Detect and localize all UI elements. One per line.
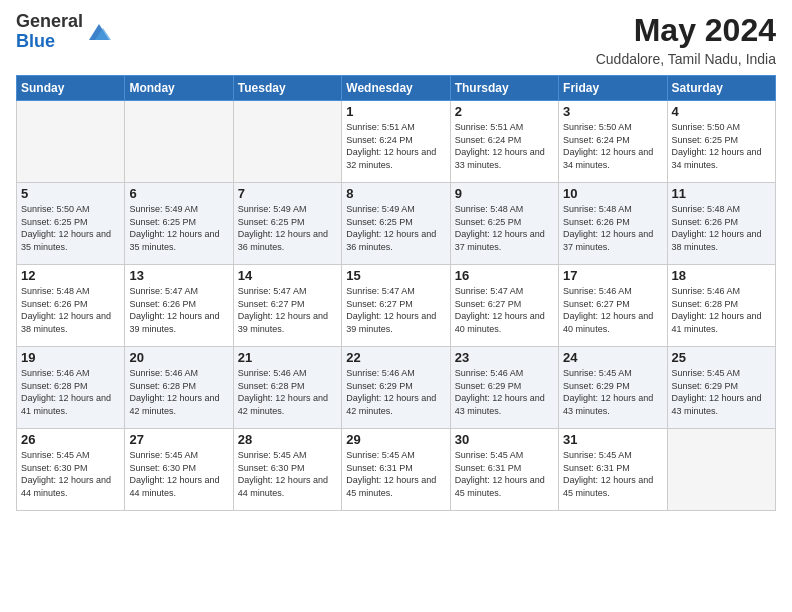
calendar-week-row: 5Sunrise: 5:50 AM Sunset: 6:25 PM Daylig…: [17, 183, 776, 265]
day-number: 29: [346, 432, 445, 447]
calendar-cell: 14Sunrise: 5:47 AM Sunset: 6:27 PM Dayli…: [233, 265, 341, 347]
day-info: Sunrise: 5:50 AM Sunset: 6:25 PM Dayligh…: [21, 203, 120, 253]
calendar-cell: 21Sunrise: 5:46 AM Sunset: 6:28 PM Dayli…: [233, 347, 341, 429]
day-info: Sunrise: 5:45 AM Sunset: 6:30 PM Dayligh…: [129, 449, 228, 499]
day-number: 11: [672, 186, 771, 201]
day-number: 7: [238, 186, 337, 201]
header-right: May 2024 Cuddalore, Tamil Nadu, India: [596, 12, 776, 67]
day-info: Sunrise: 5:46 AM Sunset: 6:29 PM Dayligh…: [455, 367, 554, 417]
calendar-cell: 17Sunrise: 5:46 AM Sunset: 6:27 PM Dayli…: [559, 265, 667, 347]
calendar-cell: 27Sunrise: 5:45 AM Sunset: 6:30 PM Dayli…: [125, 429, 233, 511]
day-info: Sunrise: 5:48 AM Sunset: 6:25 PM Dayligh…: [455, 203, 554, 253]
day-number: 18: [672, 268, 771, 283]
day-number: 15: [346, 268, 445, 283]
day-number: 25: [672, 350, 771, 365]
calendar-cell: 3Sunrise: 5:50 AM Sunset: 6:24 PM Daylig…: [559, 101, 667, 183]
calendar-cell: 25Sunrise: 5:45 AM Sunset: 6:29 PM Dayli…: [667, 347, 775, 429]
calendar-cell: 12Sunrise: 5:48 AM Sunset: 6:26 PM Dayli…: [17, 265, 125, 347]
day-info: Sunrise: 5:47 AM Sunset: 6:27 PM Dayligh…: [455, 285, 554, 335]
day-number: 1: [346, 104, 445, 119]
weekday-header-sunday: Sunday: [17, 76, 125, 101]
day-number: 8: [346, 186, 445, 201]
day-info: Sunrise: 5:50 AM Sunset: 6:24 PM Dayligh…: [563, 121, 662, 171]
weekday-header-wednesday: Wednesday: [342, 76, 450, 101]
calendar-cell: 23Sunrise: 5:46 AM Sunset: 6:29 PM Dayli…: [450, 347, 558, 429]
day-number: 6: [129, 186, 228, 201]
weekday-header-thursday: Thursday: [450, 76, 558, 101]
day-number: 4: [672, 104, 771, 119]
calendar-cell: [233, 101, 341, 183]
logo-general-text: General: [16, 11, 83, 31]
calendar-cell: 19Sunrise: 5:46 AM Sunset: 6:28 PM Dayli…: [17, 347, 125, 429]
day-info: Sunrise: 5:45 AM Sunset: 6:30 PM Dayligh…: [21, 449, 120, 499]
calendar-cell: 28Sunrise: 5:45 AM Sunset: 6:30 PM Dayli…: [233, 429, 341, 511]
day-info: Sunrise: 5:46 AM Sunset: 6:28 PM Dayligh…: [672, 285, 771, 335]
calendar-cell: 26Sunrise: 5:45 AM Sunset: 6:30 PM Dayli…: [17, 429, 125, 511]
calendar-cell: 7Sunrise: 5:49 AM Sunset: 6:25 PM Daylig…: [233, 183, 341, 265]
calendar-cell: 2Sunrise: 5:51 AM Sunset: 6:24 PM Daylig…: [450, 101, 558, 183]
calendar-cell: 24Sunrise: 5:45 AM Sunset: 6:29 PM Dayli…: [559, 347, 667, 429]
calendar-cell: 5Sunrise: 5:50 AM Sunset: 6:25 PM Daylig…: [17, 183, 125, 265]
day-number: 14: [238, 268, 337, 283]
day-info: Sunrise: 5:45 AM Sunset: 6:31 PM Dayligh…: [563, 449, 662, 499]
logo-icon: [85, 18, 113, 46]
calendar-cell: 16Sunrise: 5:47 AM Sunset: 6:27 PM Dayli…: [450, 265, 558, 347]
day-info: Sunrise: 5:51 AM Sunset: 6:24 PM Dayligh…: [455, 121, 554, 171]
calendar-cell: 20Sunrise: 5:46 AM Sunset: 6:28 PM Dayli…: [125, 347, 233, 429]
day-number: 12: [21, 268, 120, 283]
calendar-cell: 30Sunrise: 5:45 AM Sunset: 6:31 PM Dayli…: [450, 429, 558, 511]
calendar-cell: 13Sunrise: 5:47 AM Sunset: 6:26 PM Dayli…: [125, 265, 233, 347]
calendar-cell: 31Sunrise: 5:45 AM Sunset: 6:31 PM Dayli…: [559, 429, 667, 511]
calendar-header-row: SundayMondayTuesdayWednesdayThursdayFrid…: [17, 76, 776, 101]
day-number: 17: [563, 268, 662, 283]
day-info: Sunrise: 5:49 AM Sunset: 6:25 PM Dayligh…: [346, 203, 445, 253]
calendar-cell: 22Sunrise: 5:46 AM Sunset: 6:29 PM Dayli…: [342, 347, 450, 429]
day-info: Sunrise: 5:45 AM Sunset: 6:29 PM Dayligh…: [672, 367, 771, 417]
weekday-header-tuesday: Tuesday: [233, 76, 341, 101]
calendar-cell: 15Sunrise: 5:47 AM Sunset: 6:27 PM Dayli…: [342, 265, 450, 347]
calendar-cell: [17, 101, 125, 183]
logo-blue-text: Blue: [16, 31, 55, 51]
weekday-header-saturday: Saturday: [667, 76, 775, 101]
day-info: Sunrise: 5:48 AM Sunset: 6:26 PM Dayligh…: [21, 285, 120, 335]
calendar-cell: [667, 429, 775, 511]
calendar-week-row: 1Sunrise: 5:51 AM Sunset: 6:24 PM Daylig…: [17, 101, 776, 183]
day-number: 20: [129, 350, 228, 365]
day-number: 21: [238, 350, 337, 365]
calendar-cell: 29Sunrise: 5:45 AM Sunset: 6:31 PM Dayli…: [342, 429, 450, 511]
calendar-cell: 18Sunrise: 5:46 AM Sunset: 6:28 PM Dayli…: [667, 265, 775, 347]
logo: General Blue: [16, 12, 113, 52]
top-bar: General Blue May 2024 Cuddalore, Tamil N…: [16, 12, 776, 67]
day-info: Sunrise: 5:46 AM Sunset: 6:28 PM Dayligh…: [21, 367, 120, 417]
day-number: 9: [455, 186, 554, 201]
day-number: 10: [563, 186, 662, 201]
day-info: Sunrise: 5:50 AM Sunset: 6:25 PM Dayligh…: [672, 121, 771, 171]
calendar-cell: 4Sunrise: 5:50 AM Sunset: 6:25 PM Daylig…: [667, 101, 775, 183]
calendar-cell: 11Sunrise: 5:48 AM Sunset: 6:26 PM Dayli…: [667, 183, 775, 265]
day-info: Sunrise: 5:45 AM Sunset: 6:29 PM Dayligh…: [563, 367, 662, 417]
calendar-cell: 6Sunrise: 5:49 AM Sunset: 6:25 PM Daylig…: [125, 183, 233, 265]
day-info: Sunrise: 5:49 AM Sunset: 6:25 PM Dayligh…: [238, 203, 337, 253]
day-number: 23: [455, 350, 554, 365]
day-info: Sunrise: 5:45 AM Sunset: 6:31 PM Dayligh…: [346, 449, 445, 499]
day-number: 16: [455, 268, 554, 283]
day-info: Sunrise: 5:46 AM Sunset: 6:27 PM Dayligh…: [563, 285, 662, 335]
day-number: 5: [21, 186, 120, 201]
day-info: Sunrise: 5:48 AM Sunset: 6:26 PM Dayligh…: [672, 203, 771, 253]
location: Cuddalore, Tamil Nadu, India: [596, 51, 776, 67]
day-info: Sunrise: 5:46 AM Sunset: 6:28 PM Dayligh…: [129, 367, 228, 417]
day-info: Sunrise: 5:45 AM Sunset: 6:30 PM Dayligh…: [238, 449, 337, 499]
day-number: 2: [455, 104, 554, 119]
calendar-cell: [125, 101, 233, 183]
calendar-table: SundayMondayTuesdayWednesdayThursdayFrid…: [16, 75, 776, 511]
day-info: Sunrise: 5:49 AM Sunset: 6:25 PM Dayligh…: [129, 203, 228, 253]
day-number: 19: [21, 350, 120, 365]
calendar-week-row: 12Sunrise: 5:48 AM Sunset: 6:26 PM Dayli…: [17, 265, 776, 347]
calendar-week-row: 26Sunrise: 5:45 AM Sunset: 6:30 PM Dayli…: [17, 429, 776, 511]
day-number: 26: [21, 432, 120, 447]
calendar-cell: 10Sunrise: 5:48 AM Sunset: 6:26 PM Dayli…: [559, 183, 667, 265]
day-info: Sunrise: 5:47 AM Sunset: 6:27 PM Dayligh…: [346, 285, 445, 335]
weekday-header-friday: Friday: [559, 76, 667, 101]
day-info: Sunrise: 5:45 AM Sunset: 6:31 PM Dayligh…: [455, 449, 554, 499]
day-info: Sunrise: 5:51 AM Sunset: 6:24 PM Dayligh…: [346, 121, 445, 171]
